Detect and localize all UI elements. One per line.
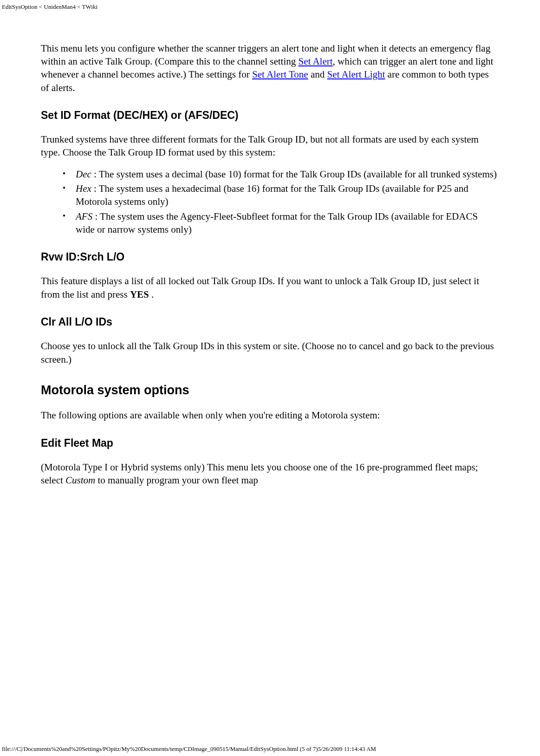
intro-text-3: and xyxy=(308,69,327,80)
heading-motorola-options: Motorola system options xyxy=(41,382,499,398)
rvw-yes: YES xyxy=(130,289,149,300)
rvw-paragraph: This feature displays a list of all lock… xyxy=(41,274,499,301)
afs-text: : The system uses the Agency-Fleet-Subfl… xyxy=(76,211,478,235)
heading-clr-all: Clr All L/O IDs xyxy=(41,315,499,329)
dec-text: : The system uses a decimal (base 10) fo… xyxy=(91,169,497,180)
heading-set-id-format: Set ID Format (DEC/HEX) or (AFS/DEC) xyxy=(41,108,499,123)
page: EditSysOption < UnidenMan4 < TWiki This … xyxy=(0,0,540,756)
format-list: Dec : The system uses a decimal (base 10… xyxy=(41,168,499,236)
footer-path: file:///C|/Documents%20and%20Settings/PO… xyxy=(2,745,538,753)
hex-label: Hex xyxy=(76,183,91,194)
dec-label: Dec xyxy=(76,169,91,180)
list-item-afs: AFS : The system uses the Agency-Fleet-S… xyxy=(76,210,499,236)
list-item-dec: Dec : The system uses a decimal (base 10… xyxy=(76,168,499,181)
set-id-intro: Trunked systems have three different for… xyxy=(41,133,499,159)
list-item-hex: Hex : The system uses a hexadecimal (bas… xyxy=(76,182,499,209)
fleet-text-2: to manually program your own fleet map xyxy=(95,475,258,486)
intro-paragraph: This menu lets you configure whether the… xyxy=(41,42,499,94)
link-set-alert-light[interactable]: Set Alert Light xyxy=(327,69,385,80)
link-set-alert-tone[interactable]: Set Alert Tone xyxy=(252,69,308,80)
rvw-text-2: . xyxy=(149,289,154,300)
heading-edit-fleet-map: Edit Fleet Map xyxy=(41,436,499,450)
afs-label: AFS xyxy=(76,211,92,222)
heading-rvw-id: Rvw ID:Srch L/O xyxy=(41,250,499,264)
clr-paragraph: Choose yes to unlock all the Talk Group … xyxy=(41,339,499,366)
main-content: This menu lets you configure whether the… xyxy=(0,14,540,505)
rvw-text-1: This feature displays a list of all lock… xyxy=(41,275,479,300)
fleet-paragraph: (Motorola Type I or Hybrid systems only)… xyxy=(41,461,499,487)
fleet-custom: Custom xyxy=(65,475,95,486)
moto-intro: The following options are available when… xyxy=(41,409,499,422)
link-set-alert[interactable]: Set Alert xyxy=(299,56,333,67)
breadcrumb-path: EditSysOption < UnidenMan4 < TWiki xyxy=(0,0,540,14)
hex-text: : The system uses a hexadecimal (base 16… xyxy=(76,183,468,207)
